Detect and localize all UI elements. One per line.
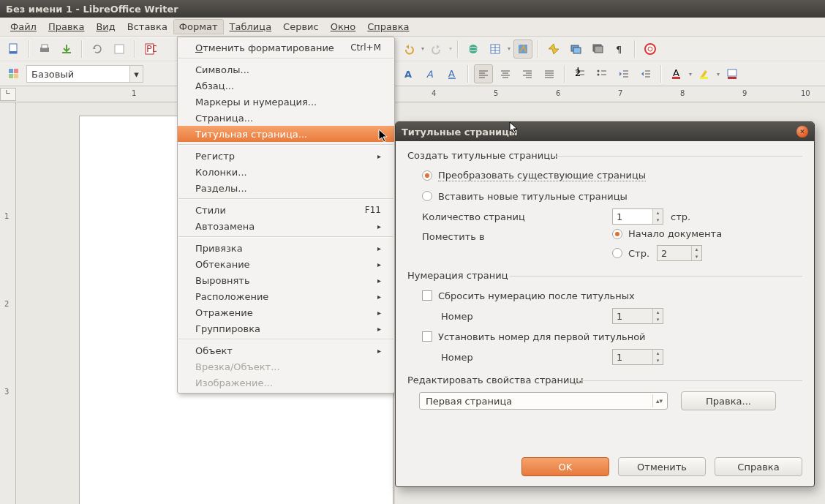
gallery-button[interactable] [566, 40, 585, 59]
menu-bullets[interactable]: Маркеры и нумерация... [178, 94, 394, 110]
svg-point-50 [598, 70, 600, 72]
bold-button[interactable]: A [399, 64, 418, 83]
check-reset[interactable]: Сбросить нумерацию после титульных [422, 290, 635, 301]
svg-text:A: A [426, 69, 433, 80]
dialog-buttons: OK Отменить Справка [396, 450, 814, 486]
drawing-button[interactable] [513, 40, 532, 59]
numbering-button[interactable]: 12 [570, 64, 589, 83]
menu-object[interactable]: Объект▸ [178, 342, 394, 358]
bullets-button[interactable] [592, 64, 611, 83]
navigator-button[interactable] [544, 40, 563, 59]
align-justify-button[interactable] [540, 64, 559, 83]
menu-columns[interactable]: Колонки... [178, 164, 394, 180]
num2-spin: 1▴▾ [612, 349, 663, 365]
menu-character[interactable]: Символы... [178, 61, 394, 78]
datasource-button[interactable] [588, 40, 607, 59]
bg-color-button[interactable] [723, 64, 742, 83]
menu-autocorrect[interactable]: Автозамена▸ [178, 218, 394, 234]
menu-title-page[interactable]: Титульная страница... [178, 126, 394, 142]
redo-button[interactable] [427, 40, 446, 59]
pages-count-spin[interactable]: 1▴▾ [612, 208, 663, 225]
radio-convert[interactable]: Преобразовать существующие страницы [422, 170, 646, 181]
menu-view[interactable]: Вид [90, 19, 121, 34]
edit-button[interactable] [110, 40, 129, 59]
title-pages-dialog: Титульные страницы ✕ Создать титульные с… [395, 121, 815, 487]
new-doc-button[interactable] [4, 40, 23, 59]
paragraph-style-value: Базовый [31, 69, 74, 80]
menu-help[interactable]: Справка [361, 19, 415, 34]
menu-format[interactable]: Формат [173, 19, 224, 34]
table-button[interactable] [486, 40, 505, 59]
window-titlebar: Без имени 1 - LibreOffice Writer [0, 0, 825, 18]
menu-paragraph[interactable]: Абзац... [178, 78, 394, 94]
place-at-label: Поместить в [422, 228, 583, 242]
save-button[interactable] [57, 40, 76, 59]
menu-change-case[interactable]: Регистр▸ [178, 148, 394, 164]
chevron-down-icon: ▾ [129, 66, 143, 82]
menu-wrap[interactable]: Обтекание▸ [178, 256, 394, 272]
menu-insert[interactable]: Вставка [121, 19, 173, 34]
num1-label: Номер [441, 311, 583, 322]
vertical-ruler: 1 2 3 [0, 102, 16, 504]
check-set-first[interactable]: Установить номер для первой титульной [422, 331, 646, 342]
undo-button[interactable] [399, 40, 418, 59]
num1-spin: 1▴▾ [612, 308, 663, 324]
styles-button[interactable] [4, 64, 23, 83]
menu-page[interactable]: Страница... [178, 110, 394, 126]
dialog-header[interactable]: Титульные страницы ✕ [396, 122, 814, 141]
svg-point-12 [469, 45, 478, 53]
help-button[interactable] [641, 40, 660, 59]
align-center-button[interactable] [496, 64, 515, 83]
indent-inc-button[interactable] [636, 64, 655, 83]
underline-button[interactable]: A [443, 64, 462, 83]
group-edit-legend: Редактировать свойства страницы [407, 375, 802, 385]
help-button[interactable]: Справка [715, 457, 802, 476]
nonprinting-button[interactable]: ¶ [610, 40, 629, 59]
menu-edit[interactable]: Правка [42, 19, 90, 34]
font-color-button[interactable]: A [667, 64, 686, 83]
pages-count-label: Количество страниц [422, 211, 583, 222]
svg-text:¶: ¶ [616, 44, 622, 55]
paragraph-style-combo[interactable]: Базовый ▾ [26, 65, 143, 83]
cancel-button[interactable]: Отменить [618, 457, 706, 476]
menu-styles[interactable]: СтилиF11 [178, 202, 394, 218]
formatting-toolbar-right: A A A 12 A ▾ ▾ [395, 61, 825, 86]
standard-toolbar-right: ▾ ▾ ▾ ¶ [395, 37, 825, 61]
menu-window[interactable]: Окно [325, 19, 362, 34]
svg-rect-62 [700, 77, 708, 79]
menu-clear-formatting[interactable]: ООтменить форматированиетменить форматир… [178, 40, 394, 56]
menu-anchor[interactable]: Привязка▸ [178, 240, 394, 256]
align-left-button[interactable] [474, 64, 493, 83]
menu-flip[interactable]: Отражение▸ [178, 304, 394, 320]
print-button[interactable] [35, 40, 54, 59]
menu-sections[interactable]: Разделы... [178, 180, 394, 196]
hyperlink-button[interactable] [464, 40, 483, 59]
page-style-combo[interactable]: Первая страница ▴▾ [419, 392, 668, 410]
indent-dec-button[interactable] [614, 64, 633, 83]
window-title: Без имени 1 - LibreOffice Writer [6, 4, 178, 15]
ok-button[interactable]: OK [521, 457, 609, 476]
menu-group[interactable]: Группировка▸ [178, 320, 394, 336]
svg-rect-64 [728, 77, 737, 79]
menu-tools[interactable]: Сервис [277, 19, 325, 34]
menu-table[interactable]: Таблица [224, 19, 278, 34]
menu-align[interactable]: Выровнять▸ [178, 272, 394, 288]
menu-frame: Врезка/Объект... [178, 358, 394, 375]
edit-style-button[interactable]: Правка... [681, 391, 776, 410]
radio-insert[interactable]: Вставить новые титульные страницы [422, 191, 628, 202]
export-pdf-button[interactable]: PDF [140, 40, 159, 59]
svg-point-51 [598, 74, 600, 76]
close-button[interactable]: ✕ [796, 126, 808, 138]
italic-button[interactable]: A [421, 64, 440, 83]
svg-rect-8 [9, 69, 13, 73]
highlight-button[interactable] [695, 64, 714, 83]
reload-button[interactable] [88, 40, 107, 59]
radio-doc-start[interactable]: Начало документа [612, 228, 722, 239]
radio-page-num[interactable]: Стр. [612, 248, 649, 259]
menu-file[interactable]: Файл [4, 19, 42, 34]
menu-arrange[interactable]: Расположение▸ [178, 288, 394, 304]
pages-unit-label: стр. [671, 211, 690, 222]
num2-label: Номер [441, 352, 583, 363]
align-right-button[interactable] [518, 64, 537, 83]
svg-rect-20 [573, 48, 581, 53]
